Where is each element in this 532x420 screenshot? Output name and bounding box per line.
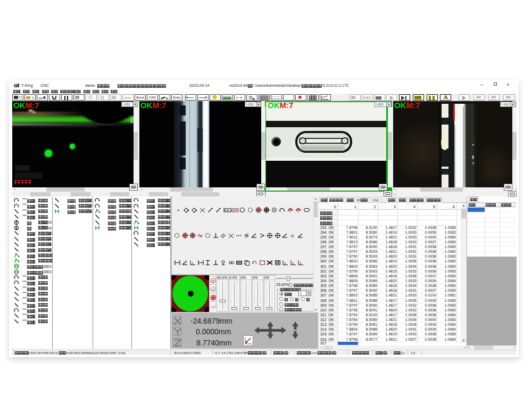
svg-text:x: x <box>292 261 294 265</box>
svg-text:A: A <box>290 233 294 238</box>
svg-text:x: x <box>284 261 286 265</box>
svg-text:x: x <box>300 261 302 265</box>
svg-text:x: x <box>192 261 194 265</box>
